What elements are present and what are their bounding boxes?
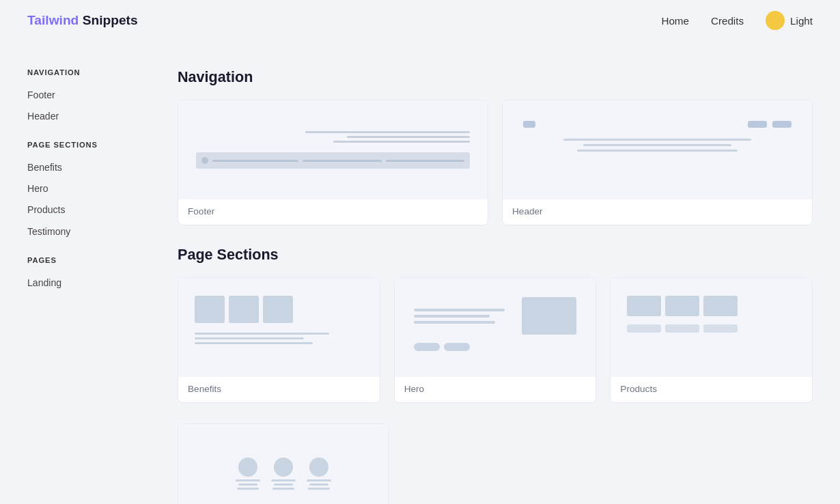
benefits-lines	[195, 333, 363, 344]
hl2	[414, 315, 490, 318]
footer-bar-dot	[201, 157, 208, 164]
ttl5	[274, 484, 293, 486]
brand-logo[interactable]: Tailwind Snippets	[27, 13, 138, 28]
footer-bar-line3	[386, 160, 465, 162]
pagesections-heading: Page Sections	[178, 246, 813, 264]
sidebar-item-footer[interactable]: Footer	[27, 85, 164, 106]
sidebar-item-landing[interactable]: Landing	[27, 272, 164, 294]
tt-lines3	[307, 479, 331, 490]
header-dot1	[523, 121, 535, 128]
sidebar-pagesections-title: PAGE SECTIONS	[27, 141, 164, 149]
ttl4	[271, 479, 296, 481]
card-hero-thumbnail	[395, 278, 596, 377]
tt-lines1	[236, 479, 260, 490]
products-row2	[627, 324, 796, 333]
products-row1	[627, 296, 796, 316]
tt-avatar3	[309, 458, 328, 477]
sidebar-item-benefits[interactable]: Benefits	[27, 157, 164, 178]
bfb3	[263, 296, 293, 323]
card-benefits-thumbnail	[178, 278, 380, 377]
header-thumb	[514, 111, 801, 188]
tt-card1	[236, 458, 260, 490]
footer-thumb	[189, 111, 477, 188]
brand-snippets: Snippets	[79, 13, 137, 27]
bfl3	[195, 342, 313, 344]
card-benefits[interactable]: Benefits	[178, 277, 380, 403]
pagesections-cards-grid: Benefits	[178, 277, 813, 403]
theme-dot-icon	[766, 11, 785, 30]
footer-lines	[196, 131, 470, 143]
hero-btn1	[414, 343, 440, 351]
bfl1	[195, 333, 329, 335]
navigation-cards-grid: Footer	[178, 100, 813, 225]
pb3	[703, 296, 738, 316]
footer-line-1	[305, 131, 470, 133]
hero-thumb	[406, 289, 585, 366]
sidebar-item-hero[interactable]: Hero	[27, 178, 164, 199]
navbar: Tailwind Snippets Home Credits Light	[0, 0, 840, 41]
sidebar-item-header[interactable]: Header	[27, 106, 164, 127]
header-topbar	[523, 121, 792, 128]
navbar-right: Home Credits Light	[661, 11, 813, 30]
footer-line-3	[333, 141, 471, 143]
testimony-row: Testimony	[178, 423, 389, 504]
ttl3	[237, 488, 259, 490]
bfb2	[229, 296, 259, 323]
card-products[interactable]: Products	[610, 277, 813, 403]
footer-bar-line2	[303, 160, 382, 162]
card-hero[interactable]: Hero	[394, 277, 597, 403]
benefits-thumb	[189, 289, 369, 366]
card-products-label: Products	[611, 377, 812, 402]
benefits-row1	[195, 296, 363, 323]
ps2	[665, 324, 699, 333]
tt-lines2	[271, 479, 296, 490]
bfb1	[195, 296, 225, 323]
card-products-thumbnail	[611, 278, 812, 377]
pb2	[665, 296, 699, 316]
theme-toggle[interactable]: Light	[766, 11, 813, 30]
header-line2	[583, 144, 731, 146]
hero-buttons	[414, 343, 577, 351]
home-link[interactable]: Home	[661, 15, 689, 27]
card-footer[interactable]: Footer	[178, 100, 488, 225]
sidebar-pages-title: PAGES	[27, 256, 164, 264]
ttl8	[309, 484, 328, 486]
ps3	[703, 324, 738, 333]
card-testimony-thumbnail	[178, 424, 389, 504]
hero-image-box	[522, 297, 576, 335]
pb1	[627, 296, 661, 316]
footer-bar	[196, 152, 470, 169]
sidebar: NAVIGATION Footer Header PAGE SECTIONS B…	[27, 55, 164, 504]
navigation-heading: Navigation	[178, 68, 813, 86]
sidebar-item-testimony[interactable]: Testimony	[27, 221, 164, 242]
card-header[interactable]: Header	[502, 100, 813, 225]
bfl2	[195, 337, 304, 339]
footer-bar-line	[212, 160, 298, 162]
ttl2	[238, 484, 257, 486]
footer-line-2	[347, 136, 470, 138]
card-benefits-label: Benefits	[178, 377, 380, 402]
tt-card2	[271, 458, 296, 490]
main-content: Navigation	[178, 55, 813, 504]
ttl9	[308, 488, 330, 490]
header-lines	[523, 139, 792, 152]
card-testimony[interactable]: Testimony	[178, 423, 389, 504]
ps1	[627, 324, 661, 333]
credits-link[interactable]: Credits	[711, 15, 744, 27]
sidebar-nav-title: NAVIGATION	[27, 68, 164, 76]
header-line3	[577, 150, 738, 152]
card-header-label: Header	[503, 199, 812, 225]
header-line1	[563, 139, 751, 141]
ttl6	[272, 488, 294, 490]
tt-avatar2	[274, 458, 293, 477]
header-dot2	[748, 121, 767, 128]
hero-btn2	[444, 343, 470, 351]
tt-avatar1	[238, 458, 257, 477]
hl1	[414, 309, 505, 311]
card-footer-thumbnail	[178, 100, 488, 199]
hero-lines	[414, 309, 516, 324]
sidebar-item-products[interactable]: Products	[27, 199, 164, 221]
card-header-thumbnail	[503, 100, 812, 199]
hero-row	[414, 297, 577, 335]
tt-card3	[307, 458, 331, 490]
